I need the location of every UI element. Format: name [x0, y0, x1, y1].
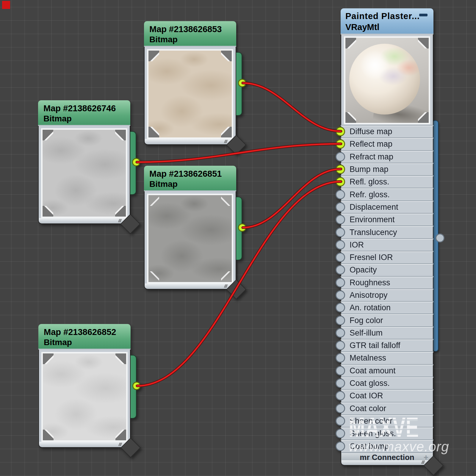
node-type: Bitmap — [44, 337, 131, 348]
input-socket-connected[interactable] — [336, 177, 345, 187]
preview-corner-icon — [115, 353, 126, 364]
input-socket[interactable] — [336, 240, 345, 250]
input-socket[interactable] — [336, 353, 345, 363]
map-node-2138626746[interactable]: Map #2138626746 Bitmap /// — [38, 100, 130, 224]
preview-corner-icon — [43, 353, 54, 364]
input-socket[interactable] — [336, 404, 345, 413]
slot-label: Bump map — [350, 165, 389, 174]
input-socket[interactable] — [336, 290, 345, 300]
resize-grip-icon[interactable]: /// — [118, 442, 121, 447]
material-slot-row: GTR tail falloff — [341, 339, 433, 351]
node-title: Map #2138626746 — [43, 103, 130, 113]
input-socket[interactable] — [336, 265, 345, 275]
node-footer: /// — [342, 460, 433, 465]
node-header[interactable]: Painted Plaster... VRayMtl — [341, 8, 433, 35]
material-slot-row: Coat bump — [341, 439, 433, 452]
input-socket[interactable] — [336, 341, 345, 350]
input-socket[interactable] — [336, 366, 345, 375]
input-socket[interactable] — [336, 429, 345, 438]
wire — [243, 83, 341, 131]
resize-grip-icon[interactable]: /// — [224, 139, 227, 144]
output-socket[interactable] — [238, 79, 246, 87]
preview-corner-icon — [115, 430, 126, 440]
sphere — [349, 44, 420, 115]
material-slot-row: Coat color — [341, 402, 433, 414]
resize-grip-icon[interactable]: /// — [421, 460, 424, 465]
node-header[interactable]: Map #2138626852 Bitmap — [38, 324, 131, 350]
resize-grip-icon[interactable]: /// — [224, 284, 227, 289]
map-node-2138626852[interactable]: Map #2138626852 Bitmap /// — [38, 324, 131, 448]
material-slot-row: An. rotation — [341, 301, 433, 314]
slot-label: Self-illum — [350, 328, 383, 337]
slot-label: Coat gloss. — [350, 379, 390, 388]
material-slot-row: Anisotropy — [341, 289, 433, 301]
slot-label: Roughness — [350, 278, 390, 287]
input-socket-connected[interactable] — [336, 165, 345, 174]
slot-label: Refr. gloss. — [350, 190, 390, 199]
slot-label: Fresnel IOR — [350, 253, 393, 262]
material-preview[interactable] — [344, 36, 430, 124]
material-slot-row: Environment — [341, 213, 433, 226]
preview-corner-icon — [221, 271, 232, 282]
material-type: VRayMtl — [345, 21, 433, 33]
input-socket[interactable] — [336, 316, 345, 325]
material-slot-row: Refl. gloss. — [341, 175, 433, 188]
input-socket-connected[interactable] — [336, 139, 345, 149]
preview-corner-icon — [43, 206, 53, 217]
material-slot-row: Metalness — [341, 351, 433, 364]
node-header[interactable]: Map #2138626853 Bitmap — [144, 21, 236, 47]
input-socket[interactable] — [336, 303, 345, 312]
collapse-icon[interactable] — [419, 14, 428, 16]
slate-material-editor-canvas[interactable]: Map #2138626853 Bitmap /// Map #21386267… — [0, 0, 476, 476]
slot-label: An. rotation — [350, 303, 391, 312]
output-socket[interactable] — [132, 382, 141, 390]
input-socket[interactable] — [336, 391, 345, 400]
map-node-2138626851[interactable]: Map #2138626851 Bitmap /// — [144, 166, 236, 289]
material-slot-list: Diffuse mapReflect mapRefract mapBump ma… — [341, 125, 433, 452]
preview-corner-icon — [148, 127, 159, 137]
input-socket[interactable] — [336, 152, 345, 162]
preview-corner-icon — [221, 195, 232, 206]
material-slot-row: Reflect map — [341, 137, 433, 150]
slot-label: Refl. gloss. — [350, 177, 389, 187]
slot-label: Coat IOR — [350, 391, 383, 400]
input-socket-connected[interactable] — [336, 127, 345, 136]
slot-label: Reflect map — [350, 140, 392, 149]
scroll-bar-handle[interactable] — [436, 234, 444, 242]
output-socket[interactable] — [132, 158, 140, 166]
slot-label: Environment — [350, 215, 395, 224]
input-socket[interactable] — [336, 278, 345, 287]
texture-thumbnail — [148, 51, 232, 137]
input-socket[interactable] — [336, 441, 345, 451]
preview-corner-icon — [345, 38, 356, 48]
node-footer: /// — [39, 218, 129, 223]
input-socket[interactable] — [336, 328, 345, 338]
texture-thumbnail — [43, 353, 126, 440]
bitmap-preview[interactable] — [41, 352, 128, 442]
material-sphere-render — [345, 38, 429, 123]
preview-corner-icon — [43, 130, 53, 140]
input-socket[interactable] — [336, 253, 345, 262]
resize-grip-icon[interactable]: /// — [118, 218, 121, 223]
input-socket[interactable] — [336, 202, 345, 212]
input-socket[interactable] — [336, 228, 345, 237]
slot-label: Sheen gloss. — [350, 429, 396, 438]
input-socket[interactable] — [336, 215, 345, 224]
texture-thumbnail — [148, 195, 232, 282]
map-node-2138626853[interactable]: Map #2138626853 Bitmap /// — [144, 21, 236, 145]
node-header[interactable]: Map #2138626851 Bitmap — [144, 166, 236, 191]
preview-corner-icon — [115, 206, 126, 217]
material-slot-row: Coat amount — [341, 364, 433, 377]
vraymtl-node-painted-plaster[interactable]: Painted Plaster... VRayMtl Diffuse mapRe… — [341, 8, 433, 466]
wire — [243, 169, 341, 228]
bitmap-preview[interactable] — [147, 194, 233, 284]
input-socket[interactable] — [336, 378, 345, 388]
output-socket[interactable] — [238, 223, 246, 232]
input-socket[interactable] — [336, 190, 345, 199]
preview-corner-icon — [148, 271, 159, 282]
bitmap-preview[interactable] — [147, 49, 233, 139]
input-socket[interactable] — [336, 416, 345, 426]
slot-label: Translucency — [350, 228, 397, 237]
node-header[interactable]: Map #2138626746 Bitmap — [38, 100, 130, 126]
bitmap-preview[interactable] — [41, 128, 127, 218]
